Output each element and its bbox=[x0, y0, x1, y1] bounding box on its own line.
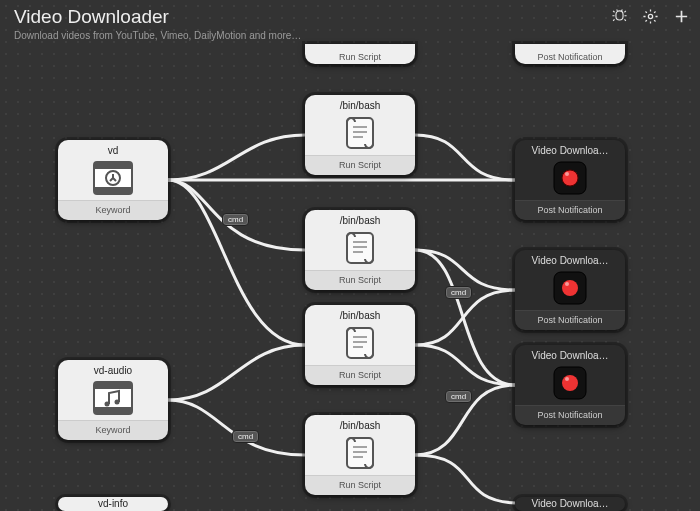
keyword-audio-icon bbox=[58, 376, 168, 420]
scroll-icon bbox=[305, 431, 415, 475]
svg-point-13 bbox=[565, 172, 569, 176]
node-subtitle: Keyword bbox=[58, 420, 168, 440]
node-subtitle: Post Notification bbox=[515, 200, 625, 220]
node-title: /bin/bash bbox=[305, 95, 415, 111]
svg-rect-7 bbox=[94, 407, 132, 414]
node-title: Video Downloa… bbox=[515, 140, 625, 156]
node-post-notification-1[interactable]: Video Downloa… Post Notification bbox=[515, 140, 625, 220]
modifier-pill-cmd[interactable]: cmd bbox=[445, 286, 472, 299]
scroll-icon bbox=[305, 226, 415, 270]
modifier-pill-cmd[interactable]: cmd bbox=[222, 213, 249, 226]
modifier-pill-cmd[interactable]: cmd bbox=[232, 430, 259, 443]
node-title: vd bbox=[58, 140, 168, 156]
svg-rect-2 bbox=[94, 162, 132, 169]
svg-point-19 bbox=[565, 377, 569, 381]
node-subtitle: Run Script bbox=[305, 270, 415, 290]
node-post-notification-stub[interactable]: Post Notification bbox=[515, 44, 625, 64]
node-title: /bin/bash bbox=[305, 305, 415, 321]
node-post-notification-2[interactable]: Video Downloa… Post Notification bbox=[515, 250, 625, 330]
node-keyword-vd-audio[interactable]: vd-audio Keyword bbox=[58, 360, 168, 440]
node-title: vd-audio bbox=[58, 360, 168, 376]
scroll-icon bbox=[305, 321, 415, 365]
node-title: Video Downloa… bbox=[515, 250, 625, 266]
node-run-script-stub[interactable]: Run Script bbox=[305, 44, 415, 64]
node-subtitle: Run Script bbox=[305, 365, 415, 385]
node-keyword-vd[interactable]: vd Keyword bbox=[58, 140, 168, 220]
node-run-script-4[interactable]: /bin/bash Run Script bbox=[305, 415, 415, 495]
node-run-script-3[interactable]: /bin/bash Run Script bbox=[305, 305, 415, 385]
record-icon bbox=[515, 361, 625, 405]
node-subtitle: Post Notification bbox=[515, 310, 625, 330]
keyword-video-icon bbox=[58, 156, 168, 200]
node-run-script-2[interactable]: /bin/bash Run Script bbox=[305, 210, 415, 290]
record-icon bbox=[515, 156, 625, 200]
record-icon bbox=[515, 266, 625, 310]
node-keyword-vd-info-stub[interactable]: vd-info bbox=[58, 497, 168, 511]
node-run-script-1[interactable]: /bin/bash Run Script bbox=[305, 95, 415, 175]
node-subtitle: Run Script bbox=[305, 155, 415, 175]
node-subtitle: Keyword bbox=[58, 200, 168, 220]
workflow-canvas[interactable]: Run Script Post Notification vd Keyword … bbox=[0, 0, 700, 511]
node-title: Video Downloa… bbox=[515, 345, 625, 361]
svg-point-8 bbox=[105, 402, 110, 407]
node-subtitle: Run Script bbox=[305, 44, 415, 64]
svg-point-9 bbox=[115, 400, 120, 405]
modifier-pill-cmd[interactable]: cmd bbox=[445, 390, 472, 403]
svg-point-16 bbox=[565, 282, 569, 286]
node-subtitle: Post Notification bbox=[515, 44, 625, 64]
svg-point-15 bbox=[562, 280, 578, 296]
node-post-notification-3[interactable]: Video Downloa… Post Notification bbox=[515, 345, 625, 425]
svg-rect-3 bbox=[94, 187, 132, 194]
node-title: /bin/bash bbox=[305, 210, 415, 226]
scroll-icon bbox=[305, 111, 415, 155]
node-title: /bin/bash bbox=[305, 415, 415, 431]
node-post-notification-4-stub[interactable]: Video Downloa… bbox=[515, 497, 625, 511]
node-title: Video Downloa… bbox=[515, 497, 625, 509]
node-title: vd-info bbox=[58, 497, 168, 509]
svg-rect-6 bbox=[94, 382, 132, 389]
node-subtitle: Post Notification bbox=[515, 405, 625, 425]
node-subtitle: Run Script bbox=[305, 475, 415, 495]
svg-point-18 bbox=[562, 375, 578, 391]
